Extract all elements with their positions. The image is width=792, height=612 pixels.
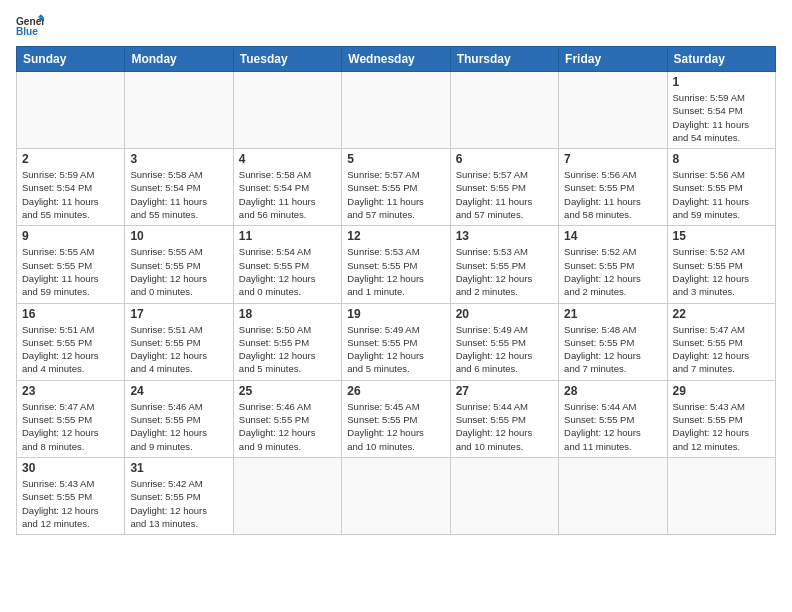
calendar-cell: 20Sunrise: 5:49 AM Sunset: 5:55 PM Dayli… [450, 303, 558, 380]
day-number: 24 [130, 384, 227, 398]
day-info: Sunrise: 5:46 AM Sunset: 5:55 PM Dayligh… [130, 400, 227, 453]
day-info: Sunrise: 5:56 AM Sunset: 5:55 PM Dayligh… [564, 168, 661, 221]
week-row-3: 9Sunrise: 5:55 AM Sunset: 5:55 PM Daylig… [17, 226, 776, 303]
day-number: 7 [564, 152, 661, 166]
day-number: 10 [130, 229, 227, 243]
calendar-cell: 19Sunrise: 5:49 AM Sunset: 5:55 PM Dayli… [342, 303, 450, 380]
day-info: Sunrise: 5:57 AM Sunset: 5:55 PM Dayligh… [456, 168, 553, 221]
calendar-cell: 1Sunrise: 5:59 AM Sunset: 5:54 PM Daylig… [667, 72, 775, 149]
weekday-tuesday: Tuesday [233, 47, 341, 72]
calendar-cell [342, 72, 450, 149]
calendar-cell [667, 457, 775, 534]
week-row-5: 23Sunrise: 5:47 AM Sunset: 5:55 PM Dayli… [17, 380, 776, 457]
calendar-cell: 4Sunrise: 5:58 AM Sunset: 5:54 PM Daylig… [233, 149, 341, 226]
day-info: Sunrise: 5:47 AM Sunset: 5:55 PM Dayligh… [673, 323, 770, 376]
day-number: 11 [239, 229, 336, 243]
day-number: 1 [673, 75, 770, 89]
calendar-cell [233, 457, 341, 534]
weekday-wednesday: Wednesday [342, 47, 450, 72]
weekday-saturday: Saturday [667, 47, 775, 72]
day-number: 8 [673, 152, 770, 166]
day-number: 23 [22, 384, 119, 398]
calendar-cell: 5Sunrise: 5:57 AM Sunset: 5:55 PM Daylig… [342, 149, 450, 226]
day-number: 30 [22, 461, 119, 475]
day-info: Sunrise: 5:50 AM Sunset: 5:55 PM Dayligh… [239, 323, 336, 376]
calendar-cell: 7Sunrise: 5:56 AM Sunset: 5:55 PM Daylig… [559, 149, 667, 226]
day-info: Sunrise: 5:52 AM Sunset: 5:55 PM Dayligh… [564, 245, 661, 298]
page: General Blue SundayMondayTuesdayWednesda… [0, 0, 792, 612]
calendar-cell [17, 72, 125, 149]
day-info: Sunrise: 5:56 AM Sunset: 5:55 PM Dayligh… [673, 168, 770, 221]
calendar-cell: 25Sunrise: 5:46 AM Sunset: 5:55 PM Dayli… [233, 380, 341, 457]
day-info: Sunrise: 5:57 AM Sunset: 5:55 PM Dayligh… [347, 168, 444, 221]
calendar-cell [125, 72, 233, 149]
generalblue-icon: General Blue [16, 14, 44, 38]
calendar-cell [233, 72, 341, 149]
calendar-cell: 15Sunrise: 5:52 AM Sunset: 5:55 PM Dayli… [667, 226, 775, 303]
day-info: Sunrise: 5:53 AM Sunset: 5:55 PM Dayligh… [456, 245, 553, 298]
day-info: Sunrise: 5:42 AM Sunset: 5:55 PM Dayligh… [130, 477, 227, 530]
day-info: Sunrise: 5:51 AM Sunset: 5:55 PM Dayligh… [22, 323, 119, 376]
calendar-cell [450, 457, 558, 534]
day-info: Sunrise: 5:44 AM Sunset: 5:55 PM Dayligh… [456, 400, 553, 453]
day-number: 27 [456, 384, 553, 398]
day-info: Sunrise: 5:58 AM Sunset: 5:54 PM Dayligh… [239, 168, 336, 221]
week-row-6: 30Sunrise: 5:43 AM Sunset: 5:55 PM Dayli… [17, 457, 776, 534]
day-number: 19 [347, 307, 444, 321]
day-number: 17 [130, 307, 227, 321]
day-number: 6 [456, 152, 553, 166]
day-number: 21 [564, 307, 661, 321]
svg-text:Blue: Blue [16, 26, 38, 37]
calendar-cell: 3Sunrise: 5:58 AM Sunset: 5:54 PM Daylig… [125, 149, 233, 226]
calendar-cell: 26Sunrise: 5:45 AM Sunset: 5:55 PM Dayli… [342, 380, 450, 457]
day-number: 16 [22, 307, 119, 321]
day-info: Sunrise: 5:55 AM Sunset: 5:55 PM Dayligh… [22, 245, 119, 298]
day-info: Sunrise: 5:46 AM Sunset: 5:55 PM Dayligh… [239, 400, 336, 453]
calendar-cell [559, 72, 667, 149]
day-info: Sunrise: 5:59 AM Sunset: 5:54 PM Dayligh… [22, 168, 119, 221]
day-info: Sunrise: 5:53 AM Sunset: 5:55 PM Dayligh… [347, 245, 444, 298]
calendar-cell: 17Sunrise: 5:51 AM Sunset: 5:55 PM Dayli… [125, 303, 233, 380]
day-info: Sunrise: 5:59 AM Sunset: 5:54 PM Dayligh… [673, 91, 770, 144]
calendar-cell: 13Sunrise: 5:53 AM Sunset: 5:55 PM Dayli… [450, 226, 558, 303]
calendar-cell: 22Sunrise: 5:47 AM Sunset: 5:55 PM Dayli… [667, 303, 775, 380]
calendar-cell: 10Sunrise: 5:55 AM Sunset: 5:55 PM Dayli… [125, 226, 233, 303]
day-number: 3 [130, 152, 227, 166]
day-number: 29 [673, 384, 770, 398]
day-number: 9 [22, 229, 119, 243]
calendar-cell [559, 457, 667, 534]
day-number: 20 [456, 307, 553, 321]
day-number: 4 [239, 152, 336, 166]
week-row-1: 1Sunrise: 5:59 AM Sunset: 5:54 PM Daylig… [17, 72, 776, 149]
calendar-cell: 28Sunrise: 5:44 AM Sunset: 5:55 PM Dayli… [559, 380, 667, 457]
weekday-monday: Monday [125, 47, 233, 72]
day-number: 14 [564, 229, 661, 243]
day-number: 31 [130, 461, 227, 475]
calendar-cell: 24Sunrise: 5:46 AM Sunset: 5:55 PM Dayli… [125, 380, 233, 457]
calendar-cell: 9Sunrise: 5:55 AM Sunset: 5:55 PM Daylig… [17, 226, 125, 303]
weekday-thursday: Thursday [450, 47, 558, 72]
calendar-cell: 23Sunrise: 5:47 AM Sunset: 5:55 PM Dayli… [17, 380, 125, 457]
calendar-cell: 8Sunrise: 5:56 AM Sunset: 5:55 PM Daylig… [667, 149, 775, 226]
day-number: 18 [239, 307, 336, 321]
calendar-cell [450, 72, 558, 149]
svg-marker-3 [39, 17, 44, 20]
day-info: Sunrise: 5:55 AM Sunset: 5:55 PM Dayligh… [130, 245, 227, 298]
day-number: 13 [456, 229, 553, 243]
calendar-cell: 14Sunrise: 5:52 AM Sunset: 5:55 PM Dayli… [559, 226, 667, 303]
day-number: 15 [673, 229, 770, 243]
day-info: Sunrise: 5:45 AM Sunset: 5:55 PM Dayligh… [347, 400, 444, 453]
day-info: Sunrise: 5:44 AM Sunset: 5:55 PM Dayligh… [564, 400, 661, 453]
day-number: 2 [22, 152, 119, 166]
weekday-header-row: SundayMondayTuesdayWednesdayThursdayFrid… [17, 47, 776, 72]
logo: General Blue [16, 14, 44, 38]
day-number: 26 [347, 384, 444, 398]
day-number: 28 [564, 384, 661, 398]
calendar-cell [342, 457, 450, 534]
day-info: Sunrise: 5:52 AM Sunset: 5:55 PM Dayligh… [673, 245, 770, 298]
week-row-4: 16Sunrise: 5:51 AM Sunset: 5:55 PM Dayli… [17, 303, 776, 380]
calendar-cell: 2Sunrise: 5:59 AM Sunset: 5:54 PM Daylig… [17, 149, 125, 226]
calendar-cell: 21Sunrise: 5:48 AM Sunset: 5:55 PM Dayli… [559, 303, 667, 380]
header: General Blue [16, 14, 776, 38]
calendar-cell: 29Sunrise: 5:43 AM Sunset: 5:55 PM Dayli… [667, 380, 775, 457]
